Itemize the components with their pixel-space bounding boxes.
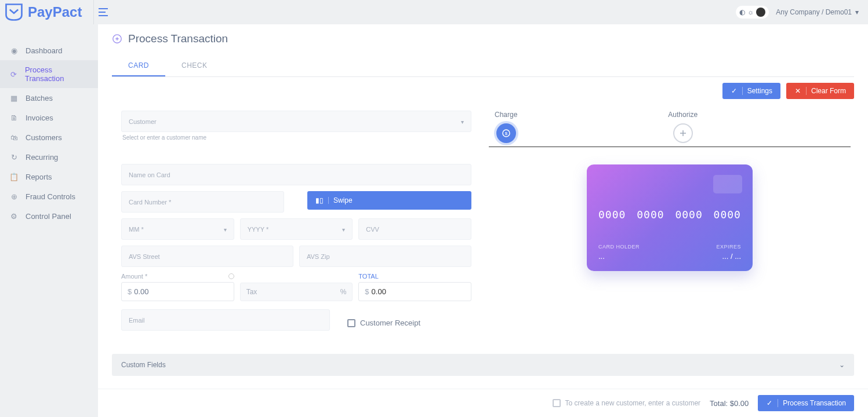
sidebar-item-fraud[interactable]: ⊕Fraud Controls <box>0 186 98 206</box>
sidebar-item-batches[interactable]: ▦Batches <box>0 88 98 108</box>
swipe-button[interactable]: ▮▯ Swipe <box>307 191 471 210</box>
sidebar-label: Invoices <box>26 114 53 122</box>
email-input[interactable]: Email <box>121 309 330 331</box>
page-title-text: Process Transaction <box>128 32 228 45</box>
sidebar-label: Recurring <box>26 153 58 162</box>
footer: To create a new customer, enter a custom… <box>98 389 868 417</box>
radio-icon <box>228 273 234 279</box>
invoices-icon: 🗎 <box>9 113 19 122</box>
brand-logo: PayPact <box>3 2 82 23</box>
process-transaction-button[interactable]: ✓ Process Transaction <box>758 395 854 411</box>
customer-select[interactable]: Customer <box>121 111 471 132</box>
yyyy-placeholder: YYYY * <box>248 226 269 233</box>
authorize-label: Authorize <box>668 111 698 119</box>
process-label: Process Transaction <box>783 399 846 407</box>
batches-icon: ▦ <box>9 93 19 103</box>
custom-fields-accordion[interactable]: Custom Fields ⌄ <box>112 354 854 376</box>
customer-helper-text: Select or enter a customer name <box>121 134 471 141</box>
shield-icon: ⊕ <box>9 192 19 201</box>
menu-icon <box>99 8 108 16</box>
cvv-placeholder: CVV <box>366 226 379 233</box>
sidebar-item-process-transaction[interactable]: ⟳Process Transaction <box>0 60 98 88</box>
sidebar: ◉Dashboard ⟳Process Transaction ▦Batches… <box>0 0 98 417</box>
card-expiry-label: EXPIRES <box>716 244 741 250</box>
company-name: Any Company / Demo01 <box>776 8 852 16</box>
tax-placeholder: Tax <box>246 288 257 296</box>
card-number-input[interactable]: Card Number * <box>121 191 284 213</box>
cvv-input[interactable]: CVV <box>358 218 471 240</box>
sidebar-item-invoices[interactable]: 🗎Invoices <box>0 108 98 127</box>
customer-receipt-checkbox[interactable] <box>347 319 355 327</box>
new-customer-checkbox[interactable] <box>553 399 561 407</box>
sidebar-label: Fraud Controls <box>26 192 75 201</box>
name-on-card-input[interactable]: Name on Card <box>121 164 471 185</box>
percent-symbol: % <box>340 288 347 296</box>
clear-form-button[interactable]: ✕ Clear Form <box>786 83 854 99</box>
recurring-icon: ↻ <box>9 152 19 162</box>
check-icon: ✓ <box>766 400 773 407</box>
transaction-icon: ⟳ <box>9 70 18 79</box>
swipe-label: Swipe <box>333 196 353 204</box>
mm-placeholder: MM * <box>129 226 144 233</box>
tabs: CARD CHECK <box>112 56 854 77</box>
sidebar-item-reports[interactable]: 📋Reports <box>0 167 98 186</box>
sidebar-item-dashboard[interactable]: ◉Dashboard <box>0 41 98 60</box>
moon-icon: ◐ <box>739 8 745 16</box>
sidebar-label: Batches <box>26 94 53 103</box>
sidebar-toggle[interactable] <box>93 0 112 24</box>
authorize-icon <box>673 123 693 143</box>
gear-icon: ⚙ <box>9 211 19 221</box>
charge-label: Charge <box>495 111 517 119</box>
theme-indicator-icon <box>756 8 765 17</box>
sidebar-label: Dashboard <box>26 46 63 55</box>
tab-card[interactable]: CARD <box>112 56 165 76</box>
sidebar-label: Process Transaction <box>25 65 89 83</box>
custom-fields-label: Custom Fields <box>121 361 166 369</box>
settings-label: Settings <box>747 87 772 95</box>
svg-text:$: $ <box>504 131 507 136</box>
tax-input[interactable]: Tax% <box>240 283 353 301</box>
amount-input[interactable]: $0.00 <box>121 282 234 301</box>
customer-placeholder: Customer <box>129 118 157 125</box>
check-icon: ✓ <box>731 87 738 94</box>
card-digits-4: 0000 <box>714 209 741 221</box>
sidebar-item-control-panel[interactable]: ⚙Control Panel <box>0 206 98 226</box>
charge-option[interactable]: Charge $ <box>495 111 517 143</box>
chevron-down-icon: ⌄ <box>839 361 845 369</box>
tab-check[interactable]: CHECK <box>165 56 224 76</box>
brand-name: PayPact <box>28 4 82 20</box>
sidebar-item-recurring[interactable]: ↻Recurring <box>0 147 98 167</box>
total-label: TOTAL <box>358 273 471 280</box>
amount-label: Amount * <box>121 273 147 280</box>
name-on-card-placeholder: Name on Card <box>129 171 170 178</box>
company-selector[interactable]: Any Company / Demo01 ▾ <box>776 8 859 16</box>
expiry-month-select[interactable]: MM * <box>121 218 234 240</box>
card-holder-value: ... <box>598 252 640 261</box>
new-customer-hint: To create a new customer, enter a custom… <box>565 399 700 407</box>
card-expiry-value: ... / ... <box>716 252 741 261</box>
customers-icon: 🛍 <box>9 133 19 142</box>
card-digits-1: 0000 <box>598 209 626 221</box>
email-placeholder: Email <box>129 317 145 324</box>
clear-label: Clear Form <box>811 87 846 95</box>
theme-toggle[interactable]: ◐ ☼ <box>736 6 769 19</box>
sidebar-label: Customers <box>26 133 62 142</box>
avs-street-placeholder: AVS Street <box>129 253 160 260</box>
card-number-placeholder: Card Number * <box>129 199 171 206</box>
dashboard-icon: ◉ <box>9 46 19 55</box>
card-icon: ▮▯ <box>315 196 324 204</box>
total-display: $0.00 <box>358 282 471 301</box>
amount-value: 0.00 <box>134 287 148 296</box>
sidebar-label: Control Panel <box>26 212 71 221</box>
sidebar-item-customers[interactable]: 🛍Customers <box>0 127 98 147</box>
expiry-year-select[interactable]: YYYY * <box>240 218 353 240</box>
avs-zip-input[interactable]: AVS Zip <box>299 246 471 267</box>
card-digits-3: 0000 <box>675 209 702 221</box>
card-digits-2: 0000 <box>637 209 664 221</box>
avs-street-input[interactable]: AVS Street <box>121 246 293 267</box>
transaction-icon <box>112 34 122 44</box>
charge-icon: $ <box>496 123 516 143</box>
reports-icon: 📋 <box>9 172 19 181</box>
settings-button[interactable]: ✓ Settings <box>722 83 780 99</box>
authorize-option[interactable]: Authorize <box>668 111 698 143</box>
